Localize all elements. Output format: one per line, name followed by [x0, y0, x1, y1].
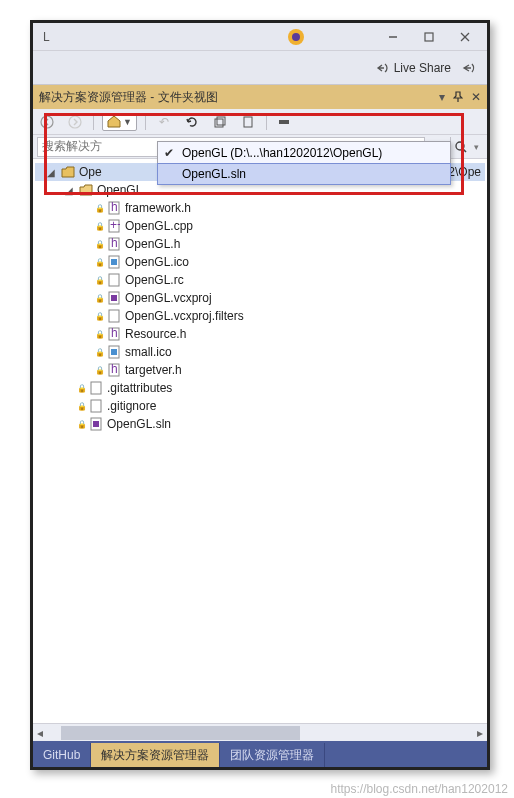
- svg-text:h: h: [111, 237, 118, 250]
- feedback-button[interactable]: [461, 60, 477, 76]
- tree-file[interactable]: 🔒OpenGL.ico: [35, 253, 485, 271]
- horizontal-scrollbar[interactable]: ◂ ▸: [33, 723, 487, 741]
- solution-tree: ◢ Ope 2012\Ope ◢ OpenGL 🔒hframework.h 🔒+…: [33, 159, 487, 437]
- svg-rect-21: [111, 259, 117, 265]
- tree-file[interactable]: 🔒OpenGL.vcxproj: [35, 289, 485, 307]
- tree-label: small.ico: [125, 345, 172, 359]
- tab-label: GitHub: [43, 748, 80, 762]
- filters-file-icon: [107, 309, 121, 323]
- vs-badge-icon: [287, 28, 305, 46]
- svg-point-6: [41, 116, 53, 128]
- refresh-button[interactable]: [182, 112, 202, 132]
- svg-point-12: [456, 142, 464, 150]
- tree-label: OpenGL.vcxproj: [125, 291, 212, 305]
- tree-file[interactable]: 🔒hOpenGL.h: [35, 235, 485, 253]
- tree-file[interactable]: 🔒hframework.h: [35, 199, 485, 217]
- scroll-right-icon[interactable]: ▸: [473, 726, 487, 740]
- svg-rect-24: [111, 295, 117, 301]
- forward-button[interactable]: [65, 112, 85, 132]
- tab-github[interactable]: GitHub: [33, 743, 91, 767]
- tree-label: framework.h: [125, 201, 191, 215]
- separator: [93, 114, 94, 130]
- tree-label: OpenGL.h: [125, 237, 180, 251]
- window: L Live Share 解决方案资源管理器 - 文件夹视图 ▾: [30, 20, 490, 770]
- panel-dropdown-icon[interactable]: ▾: [439, 90, 445, 104]
- tree-file[interactable]: 🔒++OpenGL.cpp: [35, 217, 485, 235]
- panel-title: 解决方案资源管理器 - 文件夹视图: [39, 89, 218, 106]
- share-icon: [376, 61, 390, 75]
- svg-text:h: h: [111, 327, 118, 340]
- svg-rect-22: [109, 274, 119, 286]
- tree-file[interactable]: 🔒OpenGL.sln: [35, 415, 485, 433]
- tree-file[interactable]: 🔒.gitignore: [35, 397, 485, 415]
- lock-icon: 🔒: [95, 330, 105, 339]
- titlebar-text: L: [37, 30, 287, 44]
- tree-file[interactable]: 🔒hResource.h: [35, 325, 485, 343]
- svg-rect-33: [91, 400, 101, 412]
- svg-rect-25: [109, 310, 119, 322]
- expander-icon[interactable]: ◢: [45, 167, 57, 178]
- folder-open-icon: [79, 183, 93, 197]
- svg-rect-35: [93, 421, 99, 427]
- home-icon: [107, 116, 121, 128]
- live-share-label: Live Share: [394, 61, 451, 75]
- tree-file[interactable]: 🔒htargetver.h: [35, 361, 485, 379]
- tree-label: OpenGL.rc: [125, 273, 184, 287]
- tab-label: 解决方案资源管理器: [101, 747, 209, 764]
- minimize-button[interactable]: [375, 25, 411, 49]
- tab-team-explorer[interactable]: 团队资源管理器: [220, 743, 325, 767]
- vcxproj-file-icon: [107, 291, 121, 305]
- back-button[interactable]: [37, 112, 57, 132]
- scrollbar-thumb[interactable]: [61, 726, 300, 740]
- watermark: https://blog.csdn.net/han1202012: [331, 782, 508, 796]
- tree-file[interactable]: 🔒OpenGL.vcxproj.filters: [35, 307, 485, 325]
- check-icon: ✔: [162, 146, 176, 160]
- separator: [266, 114, 267, 130]
- tree-label: .gitattributes: [107, 381, 172, 395]
- h-file-icon: h: [107, 327, 121, 341]
- svg-rect-32: [91, 382, 101, 394]
- chevron-down-icon: ▼: [123, 117, 132, 127]
- command-bar: Live Share: [33, 51, 487, 85]
- lock-icon: 🔒: [95, 312, 105, 321]
- maximize-button[interactable]: [411, 25, 447, 49]
- svg-point-7: [69, 116, 81, 128]
- svg-text:++: ++: [110, 219, 120, 232]
- switch-views-dropdown: ✔ OpenGL (D:\...\han1202012\OpenGL) Open…: [157, 141, 451, 185]
- undo-button[interactable]: ↶: [154, 112, 174, 132]
- tree-file[interactable]: 🔒small.ico: [35, 343, 485, 361]
- show-all-files-button[interactable]: [238, 112, 258, 132]
- lock-icon: 🔒: [95, 276, 105, 285]
- tab-solution-explorer[interactable]: 解决方案资源管理器: [91, 743, 220, 767]
- tab-label: 团队资源管理器: [230, 747, 314, 764]
- lock-icon: 🔒: [95, 258, 105, 267]
- search-options-icon[interactable]: ▾: [470, 142, 483, 152]
- search-button[interactable]: [450, 137, 470, 157]
- scroll-left-icon[interactable]: ◂: [33, 726, 47, 740]
- close-button[interactable]: [447, 25, 483, 49]
- scrollbar-track[interactable]: [61, 726, 459, 740]
- text-file-icon: [89, 381, 103, 395]
- dropdown-item-solution[interactable]: OpenGL.sln: [157, 163, 451, 185]
- lock-icon: 🔒: [77, 420, 87, 429]
- collapse-all-button[interactable]: [210, 112, 230, 132]
- pin-icon[interactable]: [453, 91, 463, 103]
- switch-views-button[interactable]: ▼: [102, 113, 137, 131]
- lock-icon: 🔒: [95, 222, 105, 231]
- titlebar: L: [33, 23, 487, 51]
- dropdown-item-label: OpenGL.sln: [182, 167, 246, 181]
- properties-button[interactable]: [275, 112, 295, 132]
- h-file-icon: h: [107, 237, 121, 251]
- tree-file[interactable]: 🔒.gitattributes: [35, 379, 485, 397]
- dropdown-item-folder-view[interactable]: ✔ OpenGL (D:\...\han1202012\OpenGL): [158, 142, 450, 164]
- h-file-icon: h: [107, 363, 121, 377]
- svg-rect-3: [425, 33, 433, 41]
- tree-file[interactable]: 🔒OpenGL.rc: [35, 271, 485, 289]
- live-share-button[interactable]: Live Share: [376, 61, 451, 75]
- lock-icon: 🔒: [77, 402, 87, 411]
- dropdown-item-label: OpenGL (D:\...\han1202012\OpenGL): [182, 146, 382, 160]
- svg-line-13: [463, 149, 466, 152]
- expander-icon[interactable]: ◢: [63, 185, 75, 196]
- panel-close-icon[interactable]: ✕: [471, 90, 481, 104]
- svg-text:h: h: [111, 363, 118, 376]
